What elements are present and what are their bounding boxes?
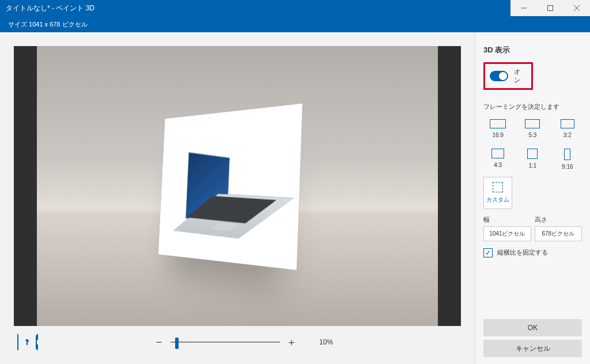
view-3d-toggle[interactable] bbox=[490, 71, 508, 81]
ratio-5-3[interactable]: 5:3 bbox=[518, 117, 547, 142]
close-button[interactable] bbox=[563, 0, 590, 16]
height-label: 高さ bbox=[535, 216, 583, 224]
toggle-highlight: オン bbox=[483, 62, 533, 90]
laptop-artwork bbox=[183, 151, 274, 251]
zoom-out-button[interactable]: − bbox=[153, 336, 165, 348]
width-input[interactable] bbox=[483, 226, 531, 241]
minimize-icon bbox=[521, 5, 527, 11]
canvas-plane-wrap bbox=[137, 111, 310, 261]
lock-aspect-checkbox[interactable]: ✓ bbox=[483, 248, 493, 257]
ok-button[interactable]: OK bbox=[483, 319, 582, 336]
minimize-button[interactable] bbox=[510, 0, 537, 16]
maximize-button[interactable] bbox=[537, 0, 563, 16]
fit-icon: ? bbox=[25, 338, 29, 346]
framing-label: フレーミングを決定します bbox=[483, 103, 582, 111]
titlebar: タイトルなし* - ペイント 3D サイズ 1041 x 678 ピクセル bbox=[0, 0, 590, 32]
panel-heading: 3D 表示 bbox=[483, 45, 582, 55]
fit-to-screen-button[interactable]: ? bbox=[17, 335, 37, 349]
cancel-button[interactable]: キャンセル bbox=[483, 340, 582, 357]
zoom-value: 10% bbox=[319, 338, 345, 346]
ratio-3-2[interactable]: 3:2 bbox=[553, 117, 582, 142]
bottom-bar: ? − ＋ 10% bbox=[14, 326, 461, 358]
canvas-size-text: サイズ 1041 x 678 ピクセル bbox=[8, 20, 88, 29]
viewport-letterbox-right bbox=[438, 46, 461, 326]
ratio-9-16-label: 9:16 bbox=[562, 164, 573, 170]
ratio-1-1[interactable]: 1:1 bbox=[518, 146, 547, 173]
close-icon bbox=[574, 5, 580, 11]
zoom-slider[interactable] bbox=[171, 342, 280, 343]
ratio-5-3-label: 5:3 bbox=[529, 132, 537, 138]
zoom-slider-thumb[interactable] bbox=[175, 338, 179, 349]
canvas-plane bbox=[158, 104, 302, 270]
ratio-16-9[interactable]: 16:9 bbox=[483, 117, 512, 142]
custom-ratio-icon bbox=[493, 182, 503, 192]
ratio-9-16[interactable]: 9:16 bbox=[553, 146, 582, 173]
aspect-ratio-grid: 16:9 5:3 3:2 4:3 1:1 9:16 bbox=[483, 117, 582, 173]
maximize-icon bbox=[547, 5, 553, 11]
ratio-4-3-label: 4:3 bbox=[494, 162, 502, 168]
side-panel: 3D 表示 オン フレーミングを決定します 16:9 5:3 3:2 4:3 1… bbox=[475, 32, 590, 364]
ratio-1-1-label: 1:1 bbox=[529, 162, 537, 169]
lock-aspect-label: 縦横比を固定する bbox=[497, 249, 548, 257]
ratio-3-2-label: 3:2 bbox=[563, 132, 572, 138]
viewport-letterbox-left bbox=[14, 46, 37, 326]
ratio-custom[interactable]: カスタム bbox=[483, 177, 512, 209]
window-title: タイトルなし* - ペイント 3D bbox=[0, 3, 94, 13]
app-window: タイトルなし* - ペイント 3D サイズ 1041 x 678 ピクセル bbox=[0, 0, 590, 364]
ratio-16-9-label: 16:9 bbox=[492, 132, 503, 138]
height-input[interactable] bbox=[535, 226, 583, 241]
view-3d-toggle-label: オン bbox=[514, 67, 524, 85]
ratio-custom-label: カスタム bbox=[486, 196, 509, 204]
svg-rect-1 bbox=[548, 6, 553, 11]
viewport-3d[interactable] bbox=[14, 46, 461, 326]
ratio-4-3[interactable]: 4:3 bbox=[483, 146, 512, 173]
width-label: 幅 bbox=[483, 216, 531, 224]
canvas-pane: ? − ＋ 10% bbox=[0, 32, 475, 364]
zoom-in-button[interactable]: ＋ bbox=[286, 335, 297, 349]
